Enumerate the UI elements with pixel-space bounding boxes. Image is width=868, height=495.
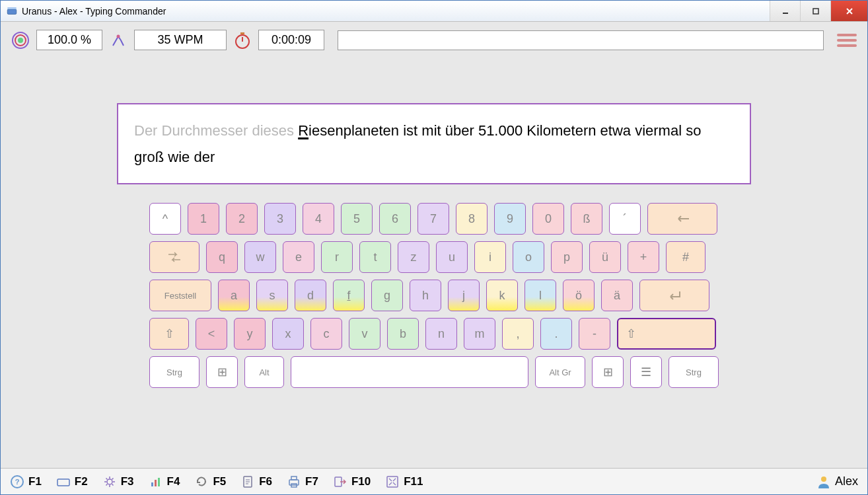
key-win-left[interactable]: ⊞	[206, 356, 238, 388]
key-x[interactable]: x	[272, 318, 304, 350]
svg-rect-12	[240, 32, 244, 34]
svg-text:?: ?	[15, 478, 20, 486]
key-caret[interactable]: ^	[149, 203, 181, 235]
user-name: Alex	[835, 475, 858, 488]
keyboard-row-3: Feststell a s d f g h j k l ö ä	[149, 280, 719, 311]
svg-rect-1	[7, 7, 17, 9]
key-o[interactable]: o	[513, 241, 544, 273]
key-capslock[interactable]: Feststell	[149, 280, 211, 311]
fkey-f10[interactable]: F10	[333, 475, 371, 489]
key-win-right[interactable]: ⊞	[592, 356, 624, 388]
fkey-f5[interactable]: F5	[194, 475, 226, 489]
key-ctrl-right[interactable]: Strg	[669, 356, 719, 388]
key-period[interactable]: .	[540, 318, 572, 350]
key-comma[interactable]: ,	[502, 318, 534, 350]
key-hash[interactable]: #	[666, 241, 705, 273]
key-shift-right[interactable]: ⇧	[617, 318, 716, 350]
content-area: 100.0 % 35 WPM 0:00:09 Der Durchmesser d…	[1, 22, 867, 468]
window-controls	[770, 1, 867, 21]
user-label[interactable]: Alex	[816, 475, 858, 489]
key-1[interactable]: 1	[188, 203, 219, 235]
key-b[interactable]: b	[387, 318, 419, 350]
key-d[interactable]: d	[295, 280, 326, 311]
key-z[interactable]: z	[398, 241, 429, 273]
keyboard-row-2: q w e r t z u i o p ü + #	[149, 241, 719, 273]
fkey-f3[interactable]: F3	[102, 475, 134, 489]
key-sz[interactable]: ß	[571, 203, 602, 235]
key-5[interactable]: 5	[341, 203, 373, 235]
key-ctrl-left[interactable]: Strg	[149, 356, 199, 388]
key-altgr[interactable]: Alt Gr	[535, 356, 585, 388]
key-enter[interactable]	[639, 280, 709, 311]
key-w[interactable]: w	[244, 241, 276, 273]
key-l[interactable]: l	[524, 280, 556, 311]
key-3[interactable]: 3	[264, 203, 296, 235]
user-icon	[816, 475, 831, 489]
fkey-f1[interactable]: ?F1	[10, 475, 42, 489]
svg-rect-30	[387, 476, 398, 487]
svg-point-18	[107, 479, 112, 484]
key-shift-left[interactable]: ⇧	[149, 318, 189, 350]
key-k[interactable]: k	[486, 280, 518, 311]
svg-point-8	[18, 38, 23, 43]
time-icon	[233, 31, 252, 50]
key-0[interactable]: 0	[532, 203, 564, 235]
key-acute[interactable]: ´	[609, 203, 641, 235]
menu-button[interactable]	[837, 32, 857, 48]
key-g[interactable]: g	[371, 280, 403, 311]
maximize-button[interactable]	[800, 1, 830, 21]
key-6[interactable]: 6	[379, 203, 411, 235]
key-lt[interactable]: <	[196, 318, 227, 350]
key-h[interactable]: h	[410, 280, 441, 311]
key-v[interactable]: v	[349, 318, 380, 350]
backspace-icon	[674, 214, 690, 223]
key-q[interactable]: q	[206, 241, 238, 273]
key-r[interactable]: r	[321, 241, 353, 273]
key-s[interactable]: s	[256, 280, 288, 311]
titlebar[interactable]: Uranus - Alex - Typing Commander	[1, 1, 867, 22]
key-backspace[interactable]	[647, 203, 717, 235]
key-y[interactable]: y	[234, 318, 266, 350]
key-dash[interactable]: -	[579, 318, 610, 350]
svg-point-9	[117, 34, 120, 38]
fkey-f6[interactable]: F6	[240, 475, 272, 489]
key-m[interactable]: m	[464, 318, 495, 350]
key-tab[interactable]	[149, 241, 199, 273]
key-2[interactable]: 2	[226, 203, 258, 235]
key-7[interactable]: 7	[417, 203, 449, 235]
key-u[interactable]: u	[436, 241, 468, 273]
keyboard-row-4: ⇧ < y x c v b n m , . - ⇧	[149, 318, 719, 350]
key-oe[interactable]: ö	[563, 280, 595, 311]
key-p[interactable]: p	[551, 241, 583, 273]
key-f[interactable]: f	[333, 280, 365, 311]
key-menu[interactable]: ☰	[630, 356, 662, 388]
key-e[interactable]: e	[283, 241, 314, 273]
svg-rect-0	[7, 9, 17, 15]
fkey-f2[interactable]: F2	[56, 475, 88, 489]
key-ue[interactable]: ü	[589, 241, 621, 273]
key-alt-left[interactable]: Alt	[244, 356, 284, 388]
svg-rect-20	[155, 480, 157, 486]
key-space[interactable]	[291, 356, 528, 388]
key-c[interactable]: c	[310, 318, 342, 350]
key-i[interactable]: i	[474, 241, 506, 273]
fkey-f4[interactable]: F4	[149, 475, 180, 489]
app-icon	[6, 5, 18, 17]
key-9[interactable]: 9	[494, 203, 526, 235]
fkey-f7[interactable]: F7	[287, 475, 318, 489]
key-plus[interactable]: +	[628, 241, 659, 273]
close-button[interactable]	[830, 1, 867, 21]
key-8[interactable]: 8	[456, 203, 488, 235]
key-j[interactable]: j	[448, 280, 480, 311]
shift-icon: ⇧	[626, 326, 636, 341]
minimize-button[interactable]	[770, 1, 800, 21]
svg-rect-21	[158, 478, 160, 486]
key-a[interactable]: a	[218, 280, 250, 311]
help-icon: ?	[10, 475, 24, 489]
fkey-f11[interactable]: F11	[385, 475, 423, 489]
key-t[interactable]: t	[359, 241, 391, 273]
svg-rect-19	[151, 482, 153, 486]
key-4[interactable]: 4	[303, 203, 334, 235]
key-n[interactable]: n	[425, 318, 457, 350]
key-ae[interactable]: ä	[601, 280, 633, 311]
